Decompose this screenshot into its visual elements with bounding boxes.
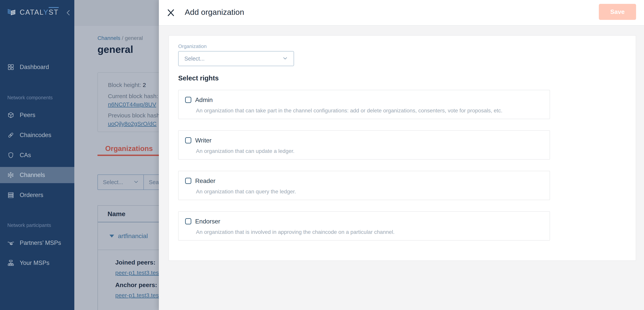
sidebar-item-label: Peers [20,112,35,119]
chaincodes-link-icon [7,132,14,139]
endorser-checkbox[interactable] [185,218,191,224]
sidebar-item-chaincodes[interactable]: Chaincodes [0,127,74,143]
sidebar-item-label: Your MSPs [20,260,50,266]
close-icon[interactable] [166,8,176,17]
dashboard-icon [7,64,14,71]
channels-hub-icon [7,171,14,178]
catalyst-cube-icon [7,8,16,17]
chevron-down-icon [282,55,288,62]
right-description: An organization that can update a ledger… [196,148,294,154]
right-card-admin: Admin An organization that can take part… [178,90,550,119]
sidebar-section-network-participants: Network participants [7,222,51,228]
brand-name: CATALYST [20,8,59,16]
right-card-writer: Writer An organization that can update a… [178,130,550,160]
organization-field-label: Organization [178,43,206,49]
sitemap-icon [7,260,14,266]
right-card-reader: Reader An organization that can query th… [178,171,550,200]
right-description: An organization that can query the ledge… [196,188,296,195]
add-organization-form: Organization Select... Select rights Adm… [168,35,636,261]
writer-checkbox[interactable] [185,137,191,144]
sidebar: CATALYST Dashboard Network components Pe… [0,0,74,310]
modal-title: Add organization [185,8,244,17]
reader-checkbox[interactable] [185,178,191,184]
sidebar-item-channels[interactable]: Channels [0,167,74,183]
sidebar-item-dashboard[interactable]: Dashboard [0,59,74,75]
organization-select-value: Select... [184,55,205,62]
right-name: Reader [195,177,216,184]
right-card-endorser: Endorser An organization that is involve… [178,211,550,241]
right-description: An organization that is involved in appr… [196,229,394,235]
sidebar-item-orderers[interactable]: Orderers [0,187,74,203]
sidebar-item-label: Dashboard [20,64,49,71]
sidebar-item-label: Channels [20,171,45,178]
peers-cube-icon [7,112,14,119]
save-button[interactable]: Save [599,4,636,20]
sidebar-item-peers[interactable]: Peers [0,107,74,123]
modal-header: Add organization Save [159,0,644,26]
right-name: Admin [195,96,213,104]
sidebar-section-network-components: Network components [7,95,53,100]
handshake-icon [7,239,14,246]
sidebar-item-label: Partners’ MSPs [20,239,61,246]
orderers-stack-icon [7,192,14,199]
organization-select[interactable]: Select... [178,51,294,66]
right-name: Writer [195,137,212,144]
right-description: An organization that can take part in th… [196,108,502,114]
sidebar-item-label: Orderers [20,192,43,199]
sidebar-item-your-msps[interactable]: Your MSPs [0,255,74,271]
sidebar-item-cas[interactable]: CAs [0,147,74,163]
select-rights-heading: Select rights [178,74,219,82]
sidebar-collapse-icon[interactable] [64,9,72,16]
admin-checkbox[interactable] [185,97,191,103]
shield-icon [7,152,14,159]
sidebar-item-partners-msps[interactable]: Partners’ MSPs [0,235,74,251]
sidebar-item-label: CAs [20,152,31,159]
add-organization-modal: Add organization Save Organization Selec… [159,0,644,310]
sidebar-item-label: Chaincodes [20,132,51,139]
right-name: Endorser [195,218,220,225]
app-logo: CATALYST [7,8,59,17]
